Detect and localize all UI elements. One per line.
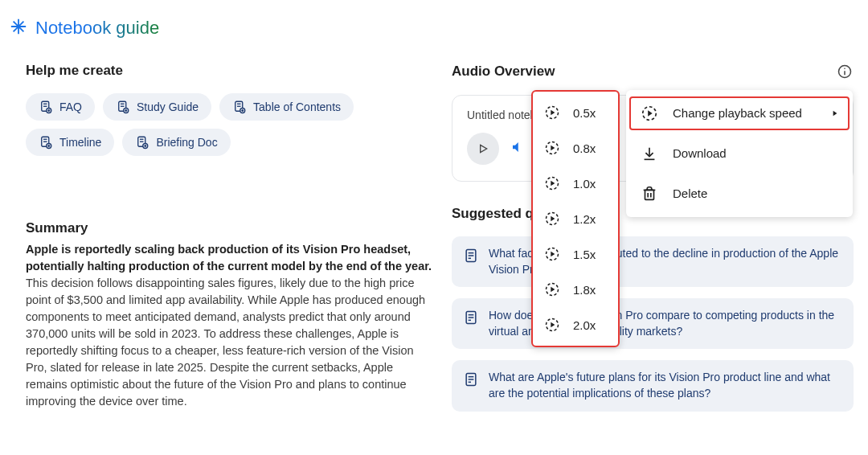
speed-option-2-0x[interactable]: 2.0x [533,307,618,342]
svg-marker-47 [551,110,555,116]
svg-rect-63 [645,190,654,199]
speed-icon [544,281,560,297]
menu-download[interactable]: Download [626,133,853,174]
svg-marker-51 [551,181,555,187]
speed-label: 0.8x [573,141,596,155]
summary-header: Summary [26,220,436,236]
speed-label: 1.0x [573,177,596,191]
speed-option-0-8x[interactable]: 0.8x [533,130,618,166]
summary-rest: This decision follows disappointing sale… [26,277,425,408]
help-create-pills: FAQ Study Guide Table of Contents Timeli… [26,93,436,156]
doc-add-icon [39,135,53,150]
chevron-right-icon [832,110,838,117]
menu-label: Download [673,146,838,162]
download-icon [641,145,658,162]
help-create-header: Help me create [26,63,436,79]
svg-marker-49 [551,146,555,151]
svg-point-32 [844,68,845,69]
svg-marker-57 [551,287,555,293]
speed-label: 0.5x [573,106,596,120]
audio-overview-header: Audio Overview [452,64,555,80]
svg-marker-61 [648,110,653,116]
doc-question-icon [463,371,479,391]
pill-label: Briefing Doc [156,136,217,149]
trash-icon [641,185,658,203]
speed-option-1-2x[interactable]: 1.2x [533,201,618,236]
speed-option-0-5x[interactable]: 0.5x [533,95,618,130]
doc-question-icon [463,309,479,329]
pill-label: Timeline [59,136,101,149]
suggested-question[interactable]: What are Apple's future plans for its Vi… [452,360,854,411]
page-title: Notebook guide [35,18,159,39]
pill-timeline[interactable]: Timeline [26,129,114,156]
spark-icon [10,18,27,39]
speed-icon [544,105,560,121]
pill-label: FAQ [59,100,82,113]
doc-question-icon [463,248,479,267]
svg-marker-62 [833,111,837,116]
summary-lead: Apple is reportedly scaling back product… [26,243,432,273]
menu-change-playback-speed[interactable]: Change playback speed [626,93,853,133]
doc-add-icon [116,100,130,114]
pill-label: Table of Contents [253,100,341,113]
speed-icon [544,211,560,227]
pill-table-of-contents[interactable]: Table of Contents [219,93,354,121]
suggested-question-text: What are Apple's future plans for its Vi… [489,370,842,401]
play-button[interactable] [467,133,499,165]
speed-label: 1.8x [573,283,596,297]
speed-icon [544,246,560,262]
speed-label: 1.5x [573,248,596,261]
speed-label: 2.0x [573,318,596,332]
menu-delete[interactable]: Delete [626,174,853,214]
svg-marker-33 [481,145,487,152]
pill-faq[interactable]: FAQ [26,93,95,121]
audio-action-menu: Change playback speed Download Delete [626,90,853,217]
speed-icon [641,105,658,122]
info-icon[interactable] [836,63,854,80]
pill-briefing-doc[interactable]: Briefing Doc [122,129,230,156]
speed-option-1-8x[interactable]: 1.8x [533,272,618,307]
pill-label: Study Guide [137,100,199,113]
svg-marker-53 [551,216,555,222]
play-icon [477,142,489,155]
volume-icon[interactable] [510,140,525,158]
speed-label: 1.2x [573,212,596,226]
svg-marker-59 [551,322,555,328]
doc-add-icon [232,100,247,114]
playback-speed-menu: 0.5x 0.8x 1.0x 1.2x 1.5x 1.8x 2.0x [531,90,620,347]
speed-option-1-5x[interactable]: 1.5x [533,236,618,272]
pill-study-guide[interactable]: Study Guide [103,93,211,121]
summary-body: Apple is reportedly scaling back product… [26,241,436,410]
suggested-question[interactable]: What factors have contributed to the dec… [452,236,854,287]
speed-option-1-0x[interactable]: 1.0x [533,166,618,201]
suggested-question[interactable]: How does the Apple Vision Pro compare to… [452,298,854,349]
doc-add-icon [135,135,149,150]
speed-icon [544,317,560,333]
speed-icon [544,140,560,156]
svg-marker-55 [551,252,555,257]
menu-label: Change playback speed [673,106,817,121]
speed-icon [544,175,560,191]
doc-add-icon [39,100,53,114]
menu-label: Delete [673,187,838,202]
